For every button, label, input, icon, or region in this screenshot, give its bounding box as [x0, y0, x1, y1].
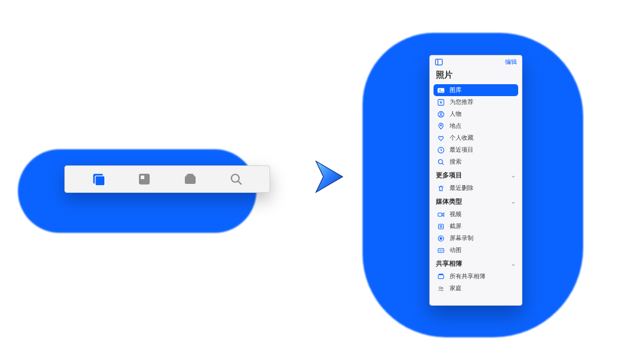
- family-icon: [437, 285, 445, 293]
- svg-point-15: [440, 112, 442, 114]
- sparkle-icon: [437, 99, 445, 106]
- section-title-label: 共享相簿: [436, 260, 462, 268]
- sidebar-item-label: 最近删除: [450, 184, 473, 192]
- photos-sidebar: 编辑 照片 图库 为您推荐 人物 地点: [429, 55, 522, 306]
- sidebar-item-label: 最近项目: [450, 146, 473, 154]
- tab-bar: [64, 165, 270, 193]
- sidebar-section-main: 图库 为您推荐 人物 地点 个人收藏: [430, 84, 522, 168]
- transition-arrow: [310, 158, 347, 195]
- heart-icon: [437, 134, 445, 142]
- sidebar-section-shared[interactable]: 共享相簿 ⌄: [430, 256, 522, 270]
- gif-icon: GIF: [437, 247, 445, 254]
- svg-line-19: [442, 163, 444, 165]
- sidebar-item-videos[interactable]: 视频: [434, 208, 518, 220]
- svg-rect-9: [435, 59, 442, 65]
- pin-icon: [437, 122, 445, 130]
- screenrecord-icon: [437, 235, 445, 242]
- albums-icon: [183, 172, 197, 186]
- sidebar-title: 照片: [430, 69, 522, 84]
- sidebar-item-family[interactable]: 家庭: [434, 282, 518, 294]
- svg-rect-28: [439, 274, 443, 275]
- sidebar-item-label: 截屏: [450, 223, 462, 230]
- svg-point-12: [439, 89, 441, 90]
- svg-line-8: [238, 182, 242, 185]
- library-icon: [91, 171, 106, 187]
- svg-rect-27: [438, 275, 444, 279]
- sidebar-item-recently-deleted[interactable]: 最近删除: [434, 182, 518, 194]
- photos-icon: [437, 87, 445, 94]
- sidebar-item-all-shared[interactable]: 所有共享相簿: [434, 270, 518, 282]
- sidebar-section-media-list: 视频 截屏 屏幕录制 GIF 动图: [430, 208, 522, 256]
- sidebar-item-search[interactable]: 搜索: [434, 156, 518, 168]
- screenshot-icon: [437, 223, 445, 230]
- album-icon: [437, 273, 445, 281]
- sidebar-item-label: 家庭: [450, 285, 462, 293]
- clock-icon: [437, 146, 445, 154]
- sidebar-item-favorites[interactable]: 个人收藏: [434, 132, 518, 144]
- sidebar-item-label: 个人收藏: [450, 134, 473, 142]
- sidebar-item-label: 视频: [450, 211, 462, 219]
- sidebar-item-recents[interactable]: 最近项目: [434, 144, 518, 156]
- sidebar-item-screenshots[interactable]: 截屏: [434, 220, 518, 232]
- person-icon: [437, 110, 445, 118]
- tab-albums[interactable]: [182, 171, 198, 187]
- sidebar-item-label: 屏幕录制: [450, 235, 473, 242]
- sidebar-item-label: 地点: [450, 122, 462, 130]
- svg-rect-2: [139, 174, 150, 184]
- sidebar-section-more[interactable]: 更多项目 ⌄: [430, 168, 522, 182]
- sidebar-item-label: 所有共享相簿: [450, 273, 485, 281]
- svg-point-18: [438, 159, 442, 164]
- edit-button[interactable]: 编辑: [505, 58, 517, 66]
- svg-rect-4: [185, 176, 196, 184]
- tab-for-you[interactable]: [137, 171, 152, 187]
- svg-point-16: [440, 124, 441, 125]
- arrow-right-icon: [310, 158, 347, 195]
- sidebar-item-label: 图库: [450, 87, 462, 94]
- chevron-down-icon: ⌄: [511, 261, 516, 267]
- sidebar-item-places[interactable]: 地点: [434, 120, 518, 132]
- svg-point-30: [441, 287, 443, 289]
- section-title-label: 媒体类型: [436, 198, 462, 206]
- foryou-icon: [137, 172, 151, 186]
- sidebar-item-gifs[interactable]: GIF 动图: [434, 244, 518, 256]
- svg-rect-1: [95, 176, 105, 186]
- svg-text:GIF: GIF: [439, 249, 443, 252]
- svg-rect-21: [438, 224, 443, 229]
- video-icon: [437, 211, 445, 219]
- tab-search[interactable]: [228, 171, 244, 187]
- sidebar-item-label: 为您推荐: [450, 99, 473, 106]
- sidebar-item-foryou[interactable]: 为您推荐: [434, 96, 518, 108]
- svg-rect-6: [187, 174, 193, 175]
- sidebar-item-people[interactable]: 人物: [434, 108, 518, 120]
- svg-rect-20: [438, 213, 442, 216]
- svg-point-22: [440, 225, 442, 227]
- sidebar-section-media-types[interactable]: 媒体类型 ⌄: [430, 194, 522, 208]
- sidebar-item-library[interactable]: 图库: [434, 84, 518, 96]
- sidebar-item-label: 搜索: [450, 158, 462, 166]
- svg-point-29: [439, 287, 441, 288]
- sidebar-header: 编辑: [430, 56, 522, 69]
- chevron-down-icon: ⌄: [511, 199, 516, 205]
- svg-rect-3: [141, 176, 144, 179]
- sidebar-section-more-list: 最近删除: [430, 182, 522, 194]
- sidebar-section-shared-list: 所有共享相簿 家庭: [430, 270, 522, 294]
- section-title-label: 更多项目: [436, 171, 462, 180]
- search-mini-icon: [437, 158, 445, 166]
- sidebar-item-screen-recordings[interactable]: 屏幕录制: [434, 232, 518, 244]
- chevron-down-icon: ⌄: [511, 173, 516, 179]
- sidebar-toggle-icon[interactable]: [435, 58, 443, 66]
- svg-point-7: [231, 174, 239, 182]
- svg-point-24: [440, 237, 442, 239]
- sidebar-item-label: 动图: [450, 247, 462, 254]
- sidebar-item-label: 人物: [450, 110, 462, 118]
- trash-icon: [437, 184, 445, 192]
- svg-rect-5: [186, 175, 194, 176]
- search-icon: [229, 172, 243, 186]
- tab-library[interactable]: [91, 171, 106, 187]
